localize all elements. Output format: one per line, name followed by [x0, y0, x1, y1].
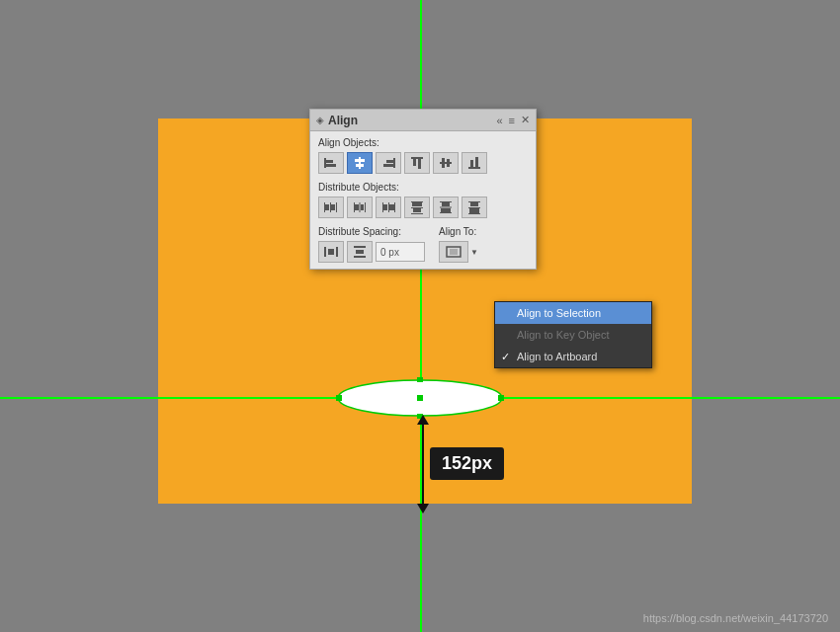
distribute-left-button[interactable] — [318, 197, 344, 218]
align-left-button[interactable] — [318, 152, 344, 174]
svg-rect-11 — [356, 164, 364, 167]
svg-rect-28 — [331, 204, 335, 210]
svg-rect-5 — [498, 395, 504, 401]
svg-rect-44 — [440, 201, 452, 202]
svg-rect-54 — [324, 247, 326, 257]
svg-rect-46 — [440, 212, 452, 213]
svg-rect-48 — [441, 208, 451, 212]
svg-rect-9 — [359, 157, 361, 169]
distribute-bottom-button[interactable] — [462, 197, 487, 218]
svg-rect-22 — [470, 160, 473, 167]
svg-rect-39 — [411, 201, 423, 202]
arrow-line — [422, 425, 424, 504]
distribute-space-horizontal-button[interactable] — [318, 241, 344, 263]
svg-rect-32 — [355, 204, 359, 210]
svg-rect-26 — [336, 202, 337, 212]
distribute-top-button[interactable] — [404, 197, 430, 218]
svg-rect-50 — [468, 207, 480, 208]
svg-rect-47 — [442, 202, 450, 206]
svg-rect-25 — [330, 202, 331, 212]
align-to-selection-option[interactable]: Align to Selection — [495, 302, 651, 324]
svg-rect-42 — [412, 202, 422, 206]
distribute-center-horizontal-button[interactable] — [347, 197, 373, 218]
distribute-right-button[interactable] — [376, 197, 401, 218]
svg-rect-27 — [325, 204, 329, 210]
ellipse-shape[interactable] — [336, 377, 504, 419]
distribute-objects-buttons — [318, 197, 528, 218]
canvas-area: 152px ◈ Align « ≡ ✕ Align Objects: — [0, 0, 840, 632]
align-center-vertical-button[interactable] — [433, 152, 459, 174]
align-to-key-object-option[interactable]: Align to Key Object — [495, 324, 651, 346]
svg-rect-18 — [440, 162, 452, 164]
svg-rect-57 — [354, 246, 366, 248]
svg-rect-40 — [411, 207, 423, 208]
align-center-horizontal-button[interactable] — [347, 152, 373, 174]
align-bottom-button[interactable] — [462, 152, 487, 174]
dropdown-arrow-icon: ▼ — [470, 248, 478, 257]
align-objects-buttons — [318, 152, 528, 174]
svg-rect-61 — [450, 249, 458, 255]
measurement-badge: 152px — [430, 447, 504, 480]
align-to-dropdown-menu: Align to Selection Align to Key Object A… — [494, 301, 652, 368]
svg-rect-29 — [354, 202, 355, 212]
align-top-button[interactable] — [404, 152, 430, 174]
svg-rect-12 — [393, 158, 395, 168]
panel-menu-button[interactable]: ≡ — [509, 115, 515, 126]
svg-rect-43 — [413, 208, 421, 212]
svg-rect-2 — [417, 395, 423, 401]
svg-rect-20 — [447, 159, 450, 167]
svg-rect-23 — [475, 157, 478, 167]
svg-rect-15 — [411, 157, 423, 159]
svg-rect-3 — [417, 377, 423, 382]
svg-rect-35 — [388, 202, 389, 212]
svg-rect-49 — [468, 201, 480, 202]
svg-rect-34 — [382, 202, 383, 212]
svg-rect-13 — [386, 160, 393, 163]
panel-title-text: Align — [328, 114, 358, 127]
align-right-button[interactable] — [376, 152, 401, 174]
panel-title-left: ◈ Align — [316, 114, 358, 127]
spacing-input[interactable] — [376, 242, 425, 262]
arrow-head-down — [417, 504, 429, 514]
svg-rect-58 — [354, 256, 366, 258]
svg-rect-14 — [383, 164, 393, 167]
svg-rect-53 — [469, 208, 479, 213]
svg-rect-31 — [365, 202, 366, 212]
arrow-head-up — [417, 415, 429, 425]
align-to-artboard-option[interactable]: Align to Artboard — [495, 346, 651, 367]
align-objects-label: Align Objects: — [318, 137, 528, 148]
distribute-spacing-label: Distribute Spacing: — [318, 226, 431, 237]
svg-rect-6 — [324, 158, 326, 168]
align-to-label: Align To: — [439, 226, 528, 237]
align-to-dropdown: ▼ — [439, 241, 528, 263]
collapse-button[interactable]: « — [496, 115, 502, 126]
align-panel: ◈ Align « ≡ ✕ Align Objects: — [309, 109, 537, 270]
svg-rect-30 — [360, 202, 361, 212]
panel-titlebar: ◈ Align « ≡ ✕ — [310, 110, 536, 131]
distribute-spacing-section: Distribute Spacing: — [318, 226, 528, 263]
distribute-space-vertical-button[interactable] — [347, 241, 373, 263]
svg-rect-41 — [411, 213, 423, 214]
align-to-section: Align To: ▼ — [439, 226, 528, 263]
svg-rect-51 — [468, 213, 480, 214]
align-to-dropdown-button[interactable] — [439, 241, 468, 263]
svg-rect-1 — [336, 395, 342, 401]
distribute-center-vertical-button[interactable] — [433, 197, 459, 218]
svg-rect-38 — [389, 204, 394, 210]
panel-body: Align Objects: — [310, 131, 536, 269]
svg-rect-24 — [324, 202, 325, 212]
panel-close-button[interactable]: ✕ — [521, 114, 530, 126]
svg-rect-37 — [383, 204, 387, 210]
svg-rect-10 — [355, 159, 365, 162]
panel-controls: « ≡ ✕ — [496, 114, 530, 126]
svg-rect-19 — [442, 158, 445, 168]
svg-rect-21 — [468, 167, 480, 169]
svg-rect-17 — [418, 159, 421, 169]
svg-rect-45 — [440, 207, 452, 208]
vertical-guide-line — [420, 0, 422, 632]
panel-title-icon: ◈ — [316, 115, 324, 125]
svg-rect-55 — [336, 247, 338, 257]
svg-rect-52 — [470, 202, 478, 206]
watermark: https://blog.csdn.net/weixin_44173720 — [643, 612, 828, 624]
svg-rect-7 — [326, 160, 333, 163]
